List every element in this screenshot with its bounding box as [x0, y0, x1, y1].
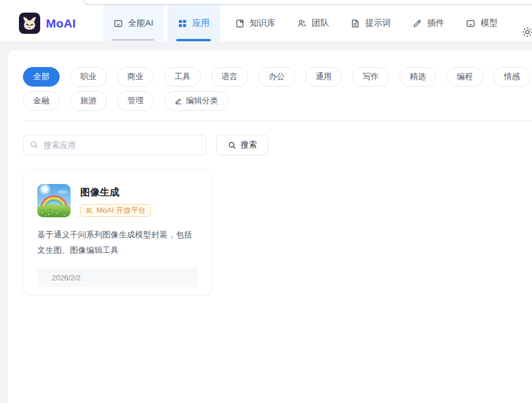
- nav-tab-indicator-active: [176, 39, 211, 41]
- filter-chip[interactable]: 旅游: [70, 91, 107, 111]
- card-head: 图像生成 MoAI 开放平台: [37, 184, 198, 217]
- settings-gear-icon[interactable]: [521, 26, 532, 38]
- search-button-icon: [228, 141, 236, 150]
- knowledge-file-icon: [235, 19, 244, 28]
- rainbow-landscape-icon: [37, 184, 71, 217]
- edit-categories-label: 编辑分类: [186, 96, 218, 106]
- main-content-panel: 全部 职业 商业 工具 语言 办公 通用 写作 精选 编程 情感 教育 金融 旅…: [8, 50, 532, 403]
- filter-chip[interactable]: 情感: [494, 67, 530, 87]
- app-card-grid: 图像生成 MoAI 开放平台: [23, 169, 532, 295]
- prompt-document-icon: [351, 19, 360, 28]
- browser-omnibox-bottom-curve: [0, 0, 532, 6]
- ai-screen-icon: [114, 19, 123, 28]
- nav-tab-label: 提示词: [365, 18, 391, 29]
- filter-chip-row-2: 金融 旅游 管理 编辑分类: [23, 91, 532, 111]
- card-head-text: 图像生成 MoAI 开放平台: [80, 184, 151, 217]
- edit-categories-button[interactable]: 编辑分类: [164, 91, 228, 111]
- app-viewport: MoAI 全能AI: [0, 0, 532, 403]
- nav-tab-omni-ai[interactable]: 全能AI: [103, 5, 164, 41]
- filter-chip[interactable]: 通用: [305, 67, 342, 87]
- search-box: [23, 135, 207, 155]
- filter-chip[interactable]: 编程: [446, 67, 483, 87]
- filter-chip[interactable]: 精选: [399, 67, 436, 87]
- nav-tab-team[interactable]: 团队: [297, 5, 329, 41]
- nav-tab-label: 知识库: [250, 18, 275, 29]
- badge-people-icon: [86, 207, 93, 214]
- section-divider: [23, 120, 532, 121]
- nav-tab-apps[interactable]: 应用: [168, 5, 220, 41]
- nav-tab-label: 模型: [480, 18, 498, 29]
- nav-tab-knowledge-base[interactable]: 知识库: [235, 5, 275, 41]
- app-card-date: 2026/2/2: [52, 273, 81, 282]
- header: MoAI 全能AI: [0, 5, 532, 41]
- plugin-pen-icon: [413, 19, 422, 28]
- nav-tab-prompts[interactable]: 提示词: [351, 5, 391, 41]
- brand-name: MoAI: [46, 17, 76, 30]
- nav-tab-models[interactable]: 模型: [466, 5, 498, 41]
- filter-chip[interactable]: 商业: [117, 67, 154, 87]
- nav-tab-label: 应用: [192, 18, 209, 29]
- nav-tab-indicator-gray: [112, 39, 154, 41]
- filter-chip[interactable]: 职业: [70, 67, 107, 87]
- model-screen-icon: [466, 19, 475, 28]
- app-grid-icon: [178, 19, 187, 28]
- filter-chip-active[interactable]: 全部: [23, 67, 60, 87]
- filter-chip[interactable]: 工具: [164, 67, 201, 87]
- app-card-description: 基于通义千问系列图像生成模型封装，包括文生图、图像编辑工具: [37, 227, 198, 258]
- search-input[interactable]: [23, 135, 207, 155]
- filter-chip[interactable]: 办公: [258, 67, 295, 87]
- search-row: 搜索: [23, 135, 532, 155]
- filter-chip[interactable]: 写作: [352, 67, 389, 87]
- filter-chip[interactable]: 语言: [211, 67, 248, 87]
- app-card-footer: 2026/2/2: [37, 268, 198, 287]
- search-button-label: 搜索: [241, 140, 257, 150]
- app-card-title: 图像生成: [80, 186, 151, 199]
- filter-chip-row-1: 全部 职业 商业 工具 语言 办公 通用 写作 精选 编程 情感 教育: [23, 67, 532, 87]
- app-card-image-generation[interactable]: 图像生成 MoAI 开放平台: [23, 169, 212, 295]
- nav-tab-label: 全能AI: [128, 18, 153, 29]
- platform-badge-label: MoAI 开放平台: [96, 205, 146, 216]
- edit-pencil-icon: [174, 97, 182, 105]
- nav-tab-plugins[interactable]: 插件: [413, 5, 444, 41]
- nav-tab-label: 插件: [427, 18, 444, 29]
- nav-tab-label: 团队: [312, 18, 329, 29]
- filter-chip[interactable]: 金融: [23, 91, 60, 111]
- filter-chip[interactable]: 管理: [117, 91, 154, 111]
- brand[interactable]: MoAI: [19, 13, 76, 34]
- team-people-icon: [297, 19, 306, 28]
- browser-chrome-edge: [0, 0, 532, 5]
- search-button[interactable]: 搜索: [216, 135, 268, 155]
- main-nav: 全能AI 应用: [103, 5, 498, 41]
- moai-cat-logo-icon: [19, 13, 40, 34]
- platform-badge: MoAI 开放平台: [80, 204, 151, 217]
